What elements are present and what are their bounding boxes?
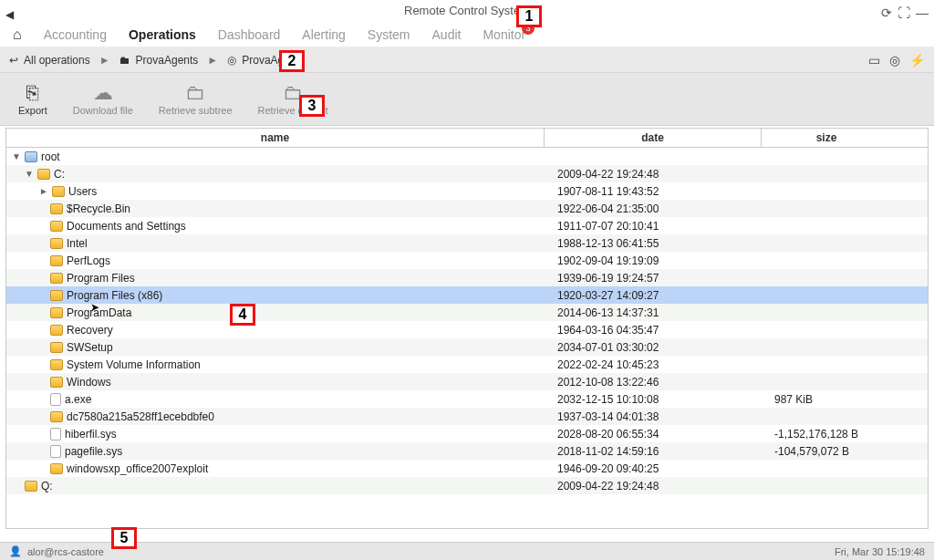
folder-icon: [50, 238, 63, 249]
table-row[interactable]: a.exe2032-12-15 10:10:08987 KiB: [6, 390, 928, 408]
annotation-marker-3: 3: [299, 95, 325, 117]
tab-dashboard[interactable]: Dashboard: [218, 27, 281, 42]
folder-icon: [50, 342, 63, 353]
tab-alerting[interactable]: Alerting: [302, 27, 345, 42]
maximize-icon[interactable]: ⛶: [898, 2, 910, 24]
row-name: Q:: [41, 480, 53, 493]
col-size-header[interactable]: size: [762, 129, 891, 147]
table-row[interactable]: PerfLogs1902-09-04 19:19:09: [6, 252, 928, 269]
tab-audit[interactable]: Audit: [432, 27, 462, 42]
row-name: Program Files (x86): [67, 289, 162, 302]
table-row[interactable]: pagefile.sys2018-11-02 14:59:16-104,579,…: [6, 442, 928, 460]
breadcrumb-back[interactable]: ↩ All operations: [9, 54, 90, 67]
row-date: 1911-07-07 20:10:41: [545, 220, 762, 233]
row-name: Users: [68, 185, 97, 198]
top-nav: ⌂ Accounting Operations Dashboard Alerti…: [0, 22, 934, 47]
row-date: 2018-11-02 14:59:16: [545, 445, 762, 458]
tab-system[interactable]: System: [368, 27, 410, 42]
bolt-icon[interactable]: ⚡: [909, 53, 925, 67]
tab-accounting[interactable]: Accounting: [44, 27, 107, 42]
folder-icon: [50, 255, 63, 266]
refresh-icon[interactable]: ⟳: [881, 2, 892, 24]
table-row[interactable]: Recovery1964-03-16 04:35:47: [6, 321, 928, 338]
card-icon[interactable]: ▭: [868, 53, 880, 67]
table-body: ▼root▼C:2009-04-22 19:24:48►Users1907-08…: [5, 148, 929, 529]
chevron-right-icon: ►: [207, 54, 218, 67]
row-name: windowsxp_office2007exploit: [67, 462, 208, 475]
row-date: 1939-06-19 19:24:57: [545, 272, 762, 285]
folder-tree-icon: 🗀: [185, 83, 205, 103]
folder-icon: [50, 307, 63, 318]
breadcrumb-item-0: All operations: [24, 54, 90, 67]
table-row[interactable]: Program Files1939-06-19 19:24:57: [6, 269, 928, 286]
row-name: PerfLogs: [67, 254, 110, 267]
col-name-header[interactable]: name: [6, 129, 545, 147]
table-row[interactable]: windowsxp_office2007exploit1946-09-20 09…: [6, 460, 928, 477]
tab-monitor[interactable]: Monitor 3: [483, 27, 525, 42]
breadcrumb-item-1-label: ProvaAgents: [136, 54, 199, 67]
row-size: -1,152,176,128 B: [762, 428, 891, 441]
tab-operations[interactable]: Operations: [129, 27, 196, 42]
table-header: name date size: [5, 128, 929, 148]
table-row[interactable]: ▼C:2009-04-22 19:24:48: [6, 165, 928, 182]
row-size: -104,579,072 B: [762, 445, 891, 458]
export-button[interactable]: ⎘ Export: [18, 83, 47, 116]
folder-icon: [50, 221, 63, 232]
table-row[interactable]: $Recycle.Bin1922-06-04 21:35:00: [6, 200, 928, 217]
row-name: pagefile.sys: [65, 445, 122, 458]
folder-icon: [50, 325, 63, 336]
retrieve-subtree-label: Retrieve subtree: [159, 105, 233, 116]
table-row[interactable]: ProgramData2014-06-13 14:37:31: [6, 304, 928, 321]
row-date: 2012-10-08 13:22:46: [545, 376, 762, 389]
table-row[interactable]: SWSetup2034-07-01 03:30:02: [6, 338, 928, 356]
tree-toggle-icon[interactable]: ▼: [12, 151, 21, 161]
tab-monitor-label: Monitor: [483, 27, 525, 42]
folder-icon: [50, 463, 63, 474]
row-name: a.exe: [65, 393, 91, 406]
file-icon: [50, 428, 61, 441]
target-icon[interactable]: ◎: [889, 53, 900, 67]
row-name: Documents and Settings: [67, 220, 186, 233]
col-date-header[interactable]: date: [545, 129, 762, 147]
home-icon[interactable]: ⌂: [13, 26, 22, 43]
folder-icon: [50, 411, 63, 422]
table-row[interactable]: Documents and Settings1911-07-07 20:10:4…: [6, 217, 928, 234]
folder-icon: [50, 377, 63, 388]
table-row[interactable]: Q:2009-04-22 19:24:48: [6, 477, 928, 494]
row-date: 1907-08-11 19:43:52: [545, 185, 762, 198]
retrieve-subtree-button[interactable]: 🗀 Retrieve subtree: [159, 83, 233, 116]
table-row[interactable]: Program Files (x86)1920-03-27 14:09:27: [6, 286, 928, 304]
row-date: 1922-06-04 21:35:00: [545, 202, 762, 215]
table-row[interactable]: hiberfil.sys2028-08-20 06:55:34-1,152,17…: [6, 425, 928, 442]
table-row[interactable]: Intel1988-12-13 06:41:55: [6, 234, 928, 252]
row-date: 1946-09-20 09:40:25: [545, 462, 762, 475]
row-date: 2034-07-01 03:30:02: [545, 341, 762, 354]
breadcrumb-item-1[interactable]: 🖿 ProvaAgents: [119, 54, 199, 67]
file-table: name date size ▼root▼C:2009-04-22 19:24:…: [0, 126, 934, 529]
minimize-icon[interactable]: —: [916, 2, 929, 24]
row-date: 2032-12-15 10:10:08: [545, 393, 762, 406]
row-name: $Recycle.Bin: [67, 202, 130, 215]
row-name: dc7580a215a528ff1ecebdbfe0: [67, 410, 214, 423]
window-titlebar: ◀ Remote Control System ⟳ ⛶ —: [0, 0, 934, 22]
table-row[interactable]: Windows2012-10-08 13:22:46: [6, 373, 928, 390]
tree-toggle-icon[interactable]: ▼: [25, 169, 34, 179]
chevron-right-icon: ►: [99, 54, 110, 67]
row-date: 1988-12-13 06:41:55: [545, 237, 762, 250]
row-size: 987 KiB: [762, 393, 891, 406]
row-name: root: [41, 150, 60, 163]
folder-icon: [52, 186, 65, 197]
export-label: Export: [18, 105, 47, 116]
folder-icon: [50, 290, 63, 301]
row-name: hiberfil.sys: [65, 428, 117, 441]
table-row[interactable]: System Volume Information2022-02-24 10:4…: [6, 356, 928, 373]
table-row[interactable]: dc7580a215a528ff1ecebdbfe01937-03-14 04:…: [6, 408, 928, 425]
table-row[interactable]: ►Users1907-08-11 19:43:52: [6, 182, 928, 200]
row-date: 2009-04-22 19:24:48: [545, 480, 762, 493]
table-row[interactable]: ▼root: [6, 148, 928, 165]
tree-toggle-icon[interactable]: ►: [39, 186, 48, 196]
download-file-button[interactable]: ☁ Download file: [73, 83, 133, 116]
folder-icon: [50, 273, 63, 284]
folder-icon: [37, 169, 50, 180]
download-label: Download file: [73, 105, 133, 116]
